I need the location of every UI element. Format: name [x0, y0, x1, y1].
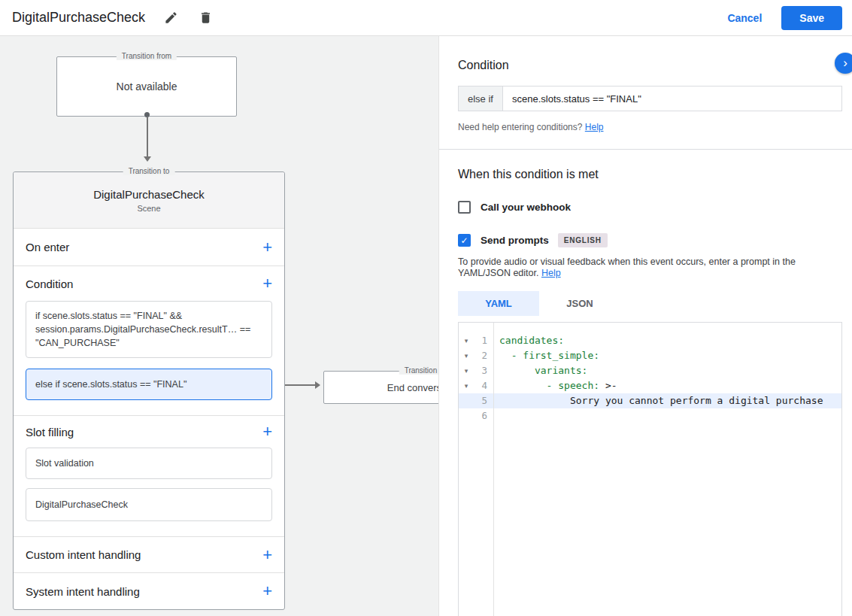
system-intent-section[interactable]: System intent handling + — [14, 573, 284, 609]
code-line[interactable]: ▾3 variants: — [459, 363, 841, 378]
checkmark-icon: ✓ — [460, 236, 468, 245]
condition-item[interactable]: if scene.slots.status == "FINAL" && sess… — [26, 301, 272, 358]
code-line[interactable]: 6 — [459, 408, 841, 423]
system-intent-label: System intent handling — [26, 585, 140, 598]
code-text: candidates: — [493, 333, 841, 348]
connector-dot — [144, 112, 150, 117]
condition-input-row: else if — [458, 86, 842, 111]
on-enter-section[interactable]: On enter + — [14, 229, 284, 266]
slot-filling-label: Slot filling — [26, 426, 74, 438]
add-system-intent-button[interactable]: + — [262, 583, 272, 599]
code-text: variants: — [493, 363, 841, 378]
code-line[interactable]: 5 Sorry you cannot perform a digital pur… — [459, 393, 841, 408]
scene-card[interactable]: Transition to DigitalPurchaseCheck Scene… — [13, 171, 285, 610]
collapse-panel-button[interactable]: › — [835, 53, 852, 74]
code-lines: ▾1candidates:▾2 - first_simple:▾3 varian… — [459, 333, 841, 423]
editor-tabs: YAML JSON — [458, 291, 842, 316]
line-number: 5 — [474, 393, 493, 408]
on-enter-label: On enter — [26, 241, 69, 253]
slot-item[interactable]: DigitalPurchaseCheck — [26, 488, 272, 521]
page-title: DigitalPurchaseCheck — [12, 10, 145, 26]
fold-arrow-icon[interactable]: ▾ — [459, 363, 474, 378]
end-node-title: End conversation — [387, 382, 438, 393]
prompts-description: To provide audio or visual feedback when… — [458, 256, 842, 279]
tab-yaml[interactable]: YAML — [458, 291, 539, 316]
condition-help-text: Need help entering conditions? Help — [458, 122, 842, 132]
webhook-option: ✓ Call your webhook — [458, 201, 842, 214]
transition-to-label: Transition to — [123, 167, 175, 175]
condition-operator-chip: else if — [458, 86, 503, 111]
send-prompts-option: ✓ Send prompts ENGLISH — [458, 233, 842, 247]
send-prompts-label: Send prompts — [481, 235, 549, 246]
line-number: 4 — [474, 378, 493, 393]
trash-icon — [199, 11, 213, 25]
connector-line — [147, 117, 148, 156]
scene-card-title: DigitalPurchaseCheck — [14, 188, 284, 201]
arrow-right-icon — [315, 381, 320, 389]
code-text: - first_simple: — [493, 348, 841, 363]
webhook-label: Call your webhook — [481, 202, 571, 213]
code-line[interactable]: ▾1candidates: — [459, 333, 841, 348]
condition-panel-heading: Condition — [458, 59, 842, 72]
condition-item-selected[interactable]: else if scene.slots.status == "FINAL" — [26, 369, 272, 400]
transition-from-label: Transition from — [117, 52, 177, 60]
add-slot-button[interactable]: + — [262, 423, 272, 440]
add-custom-intent-button[interactable]: + — [262, 547, 272, 563]
add-on-enter-button[interactable]: + — [262, 239, 272, 256]
pencil-icon — [164, 11, 178, 25]
code-text: Sorry you cannot perform a digital purch… — [493, 393, 841, 408]
yaml-editor[interactable]: ▾1candidates:▾2 - first_simple:▾3 varian… — [458, 322, 842, 616]
transition-from-node[interactable]: Transition from Not available — [56, 56, 237, 117]
transition-from-value: Not available — [117, 80, 177, 93]
scene-canvas[interactable]: Transition from Not available Transition… — [0, 36, 438, 616]
slot-filling-section: Slot filling + Slot validation DigitalPu… — [14, 416, 284, 537]
prompts-help-link[interactable]: Help — [541, 268, 561, 278]
condition-detail-panel: Condition › else if Need help entering c… — [438, 36, 852, 616]
edit-title-button[interactable] — [162, 9, 180, 27]
add-condition-button[interactable]: + — [262, 275, 272, 292]
scene-card-subtitle: Scene — [14, 204, 284, 213]
when-met-heading: When this condition is met — [458, 168, 842, 181]
slot-item[interactable]: Slot validation — [26, 448, 272, 479]
scene-card-header: DigitalPurchaseCheck Scene — [14, 172, 284, 229]
code-text — [493, 408, 841, 423]
fold-arrow-icon[interactable]: ▾ — [459, 333, 474, 348]
webhook-checkbox[interactable]: ✓ — [458, 201, 471, 214]
line-number: 1 — [474, 333, 493, 348]
condition-section-label: Condition — [26, 278, 73, 290]
line-number: 6 — [474, 408, 493, 423]
end-conversation-node[interactable]: Transition to End conversation — [323, 371, 438, 404]
custom-intent-label: Custom intent handling — [26, 548, 141, 561]
condition-section: Condition + if scene.slots.status == "FI… — [14, 266, 284, 416]
condition-expression-input[interactable] — [503, 86, 842, 111]
language-badge: ENGLISH — [558, 233, 608, 247]
line-number: 3 — [474, 363, 493, 378]
fold-arrow-icon[interactable]: ▾ — [459, 378, 474, 393]
fold-arrow-icon[interactable]: ▾ — [459, 348, 474, 363]
fold-spacer — [459, 408, 474, 423]
line-number: 2 — [474, 348, 493, 363]
condition-help-link[interactable]: Help — [585, 122, 604, 132]
send-prompts-checkbox[interactable]: ✓ — [458, 234, 471, 247]
code-line[interactable]: ▾4 - speech: >- — [459, 378, 841, 393]
end-node-transition-label: Transition to — [399, 366, 438, 375]
code-text: - speech: >- — [493, 378, 841, 393]
custom-intent-section[interactable]: Custom intent handling + — [14, 537, 284, 573]
scene-editor-app: DigitalPurchaseCheck Cancel Save Transit… — [0, 0, 852, 616]
code-line[interactable]: ▾2 - first_simple: — [459, 348, 841, 363]
topbar: DigitalPurchaseCheck Cancel Save — [0, 0, 852, 36]
delete-scene-button[interactable] — [196, 9, 214, 27]
save-button[interactable]: Save — [781, 6, 842, 30]
arrow-down-icon — [144, 156, 151, 162]
tab-json[interactable]: JSON — [539, 291, 620, 316]
cancel-button[interactable]: Cancel — [727, 12, 762, 24]
fold-spacer — [459, 393, 474, 408]
